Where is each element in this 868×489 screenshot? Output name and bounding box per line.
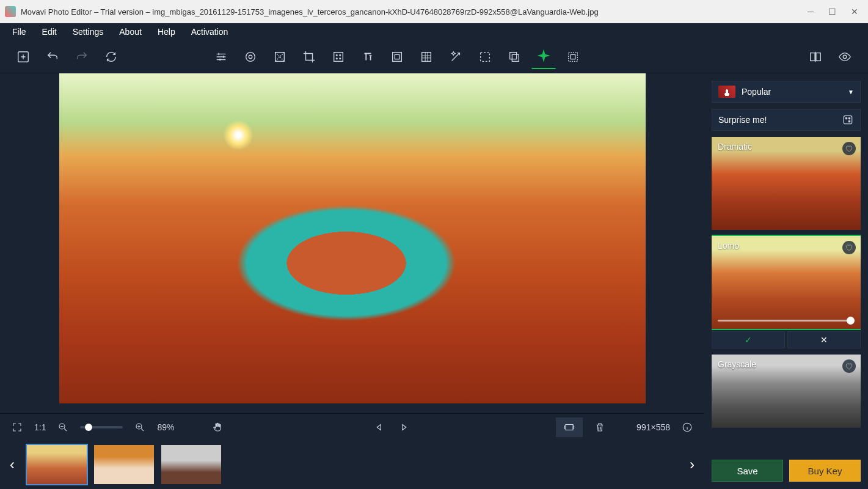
hand-tool-button[interactable]	[208, 417, 227, 437]
menu-help[interactable]: Help	[150, 24, 183, 39]
canvas[interactable]	[0, 73, 704, 413]
svg-rect-24	[844, 116, 852, 123]
dice-icon	[842, 114, 854, 126]
effects-sidebar: Popular ▼ Surprise me! Dramatic Lomo ✓ ✕	[704, 73, 868, 489]
chevron-down-icon: ▼	[848, 89, 854, 95]
close-button[interactable]: ✕	[851, 7, 858, 17]
svg-rect-13	[510, 52, 517, 59]
menu-activation[interactable]: Activation	[184, 24, 236, 39]
svg-point-25	[845, 117, 847, 119]
effect-intensity-slider[interactable]	[718, 320, 855, 322]
svg-rect-11	[422, 52, 431, 61]
fire-icon	[718, 86, 735, 98]
gallery-selected-icon[interactable]	[556, 417, 583, 437]
svg-rect-15	[569, 52, 578, 61]
prev-button[interactable]	[370, 417, 389, 437]
resize-button[interactable]	[561, 45, 585, 69]
remove-bg-button[interactable]	[268, 45, 292, 69]
effect-grayscale[interactable]: Grayscale	[712, 355, 861, 428]
preview-button[interactable]	[833, 45, 857, 69]
zoom-ratio[interactable]: 1:1	[34, 422, 46, 432]
thumbnail-2[interactable]	[94, 445, 154, 484]
info-button[interactable]	[677, 417, 697, 437]
app-icon	[5, 6, 16, 17]
svg-point-26	[848, 120, 850, 122]
window-title: Movavi Photo Editor – Trial version – im…	[21, 7, 808, 17]
menu-file[interactable]: File	[5, 24, 34, 39]
apply-effect-button[interactable]: ✓	[712, 331, 785, 348]
delete-button[interactable]	[590, 417, 610, 437]
menubar: File Edit Settings About Help Activation	[0, 23, 868, 40]
zoom-in-button[interactable]	[130, 417, 150, 437]
svg-point-5	[336, 54, 337, 56]
compare-button[interactable]	[803, 45, 828, 69]
minimize-button[interactable]: ─	[808, 7, 814, 17]
image-dimensions: 991×558	[636, 422, 670, 432]
effects-button[interactable]	[531, 45, 556, 69]
svg-rect-18	[816, 53, 820, 61]
copy-button[interactable]	[502, 45, 527, 69]
svg-rect-14	[512, 54, 519, 61]
reset-button[interactable]	[99, 45, 123, 69]
svg-rect-17	[811, 53, 815, 61]
frame-button[interactable]	[385, 45, 409, 69]
svg-rect-9	[393, 52, 402, 61]
category-label: Popular	[742, 87, 848, 97]
svg-point-2	[249, 55, 252, 59]
svg-rect-4	[334, 52, 343, 61]
main-image	[59, 73, 646, 403]
adjust-button[interactable]	[209, 45, 233, 69]
svg-rect-10	[395, 54, 399, 59]
buy-key-button[interactable]: Buy Key	[789, 460, 861, 482]
zoom-percent: 89%	[157, 422, 174, 432]
add-image-button[interactable]	[11, 45, 35, 69]
maximize-button[interactable]: ☐	[828, 7, 836, 17]
thumbnail-1[interactable]	[27, 445, 87, 484]
redo-button[interactable]	[70, 45, 94, 69]
menu-edit[interactable]: Edit	[35, 24, 64, 39]
undo-button[interactable]	[40, 45, 65, 69]
save-button[interactable]: Save	[712, 460, 783, 482]
thumbnail-strip: ‹ ›	[0, 440, 704, 489]
selection-button[interactable]	[473, 45, 497, 69]
svg-point-8	[340, 57, 341, 59]
thumb-next-button[interactable]: ›	[685, 446, 699, 483]
effect-dramatic[interactable]: Dramatic	[712, 137, 861, 230]
svg-rect-22	[566, 424, 573, 430]
effect-category-dropdown[interactable]: Popular ▼	[712, 81, 861, 103]
surprise-me-button[interactable]: Surprise me!	[712, 109, 861, 131]
svg-rect-3	[275, 52, 285, 61]
menu-about[interactable]: About	[112, 24, 149, 39]
fullscreen-button[interactable]	[7, 417, 27, 437]
toolbar	[0, 40, 868, 73]
favorite-button[interactable]	[842, 359, 856, 373]
svg-point-1	[246, 52, 255, 61]
favorite-button[interactable]	[842, 142, 856, 155]
thumbnail-3[interactable]	[161, 445, 221, 484]
text-button[interactable]	[356, 45, 380, 69]
cancel-effect-button[interactable]: ✕	[787, 331, 861, 348]
zoom-out-button[interactable]	[53, 417, 73, 437]
magic-enhance-button[interactable]	[443, 45, 468, 69]
svg-point-27	[848, 117, 850, 119]
zoom-slider[interactable]	[80, 426, 123, 428]
effect-lomo[interactable]: Lomo	[712, 236, 861, 329]
svg-point-6	[340, 54, 341, 56]
svg-rect-16	[571, 54, 575, 59]
titlebar: Movavi Photo Editor – Trial version – im…	[0, 0, 868, 23]
thumb-prev-button[interactable]: ‹	[5, 446, 20, 483]
texture-button[interactable]	[414, 45, 439, 69]
bottom-bar: 1:1 89% 991×558	[0, 413, 704, 440]
menu-settings[interactable]: Settings	[65, 24, 111, 39]
retouch-button[interactable]	[238, 45, 263, 69]
noise-button[interactable]	[326, 45, 351, 69]
next-button[interactable]	[394, 417, 414, 437]
crop-button[interactable]	[297, 45, 321, 69]
svg-point-19	[843, 55, 847, 59]
svg-point-7	[336, 57, 337, 59]
svg-rect-12	[481, 52, 490, 61]
favorite-button[interactable]	[842, 241, 856, 254]
